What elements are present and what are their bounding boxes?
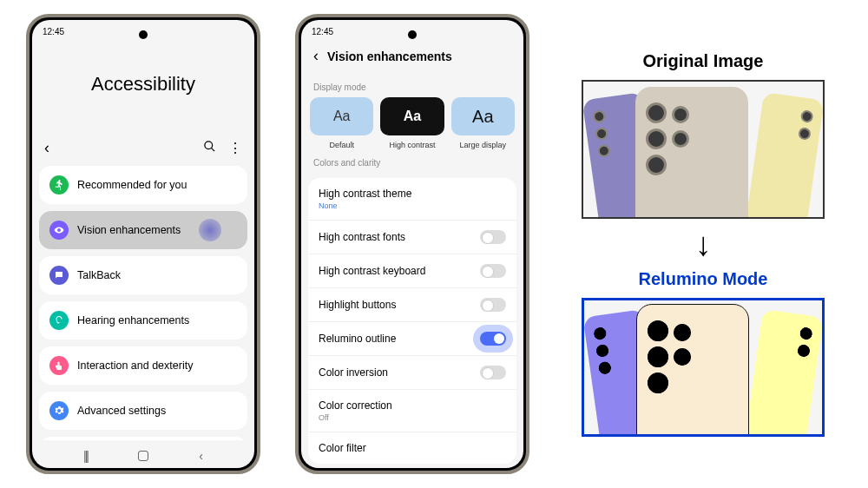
mode-high-contrast[interactable]: Aa High contrast [380,97,444,149]
page-title: Accessibility [32,73,254,96]
gear-icon [49,401,69,420]
menu-recommended[interactable]: Recommended for you [39,166,247,204]
phone-vision-enhancements: 12:45 ‹ Vision enhancements Display mode… [295,14,529,474]
mode-large-display[interactable]: Aa Large display [451,97,515,149]
svg-line-1 [211,148,214,151]
label-relumino: Relumino Mode [639,269,768,289]
search-icon[interactable] [203,140,216,156]
nav-back[interactable]: ‹ [199,449,203,463]
page-title: Vision enhancements [327,49,452,63]
comparison-column: Original Image ↓ Relumino Mode [564,51,842,437]
relumino-image [582,298,825,437]
menu-interaction[interactable]: Interaction and dexterity [39,346,247,385]
back-icon[interactable]: ‹ [313,47,319,65]
android-navbar: ||| ‹ [32,440,254,468]
phone-accessibility: 12:45 Accessibility ‹ ⋮ Recommended for … [26,14,260,474]
menu-vision-enhancements[interactable]: Vision enhancements [39,211,247,249]
mode-default[interactable]: Aa Default [310,97,373,149]
back-icon[interactable]: ‹ [44,139,49,157]
chat-icon [49,266,69,285]
row-high-contrast-theme[interactable]: High contrast themeNone [308,178,516,221]
row-color-inversion[interactable]: Color inversion [308,356,516,390]
camera-hole [408,30,417,39]
section-colors-clarity: Colors and clarity [301,153,523,173]
row-color-filter[interactable]: Color filter [308,432,516,464]
toggle-hcf[interactable] [480,230,506,244]
run-icon [49,175,69,195]
toggle-hb[interactable] [480,298,506,312]
ear-icon [49,311,69,330]
row-color-correction[interactable]: Color correctionOff [308,390,516,432]
toggle-relumino[interactable] [480,332,506,346]
menu-talkback[interactable]: TalkBack [39,256,247,294]
touch-ripple [199,219,221,241]
menu-advanced[interactable]: Advanced settings [39,392,247,430]
arrow-down-icon: ↓ [695,228,712,260]
label-original: Original Image [643,51,764,71]
row-high-contrast-fonts[interactable]: High contrast fonts [308,221,516,254]
original-image [582,80,825,219]
touch-icon [49,356,69,375]
row-high-contrast-keyboard[interactable]: High contrast keyboard [308,254,516,288]
row-relumino-outline[interactable]: Relumino outline [308,322,516,356]
toggle-hck[interactable] [480,264,506,278]
menu-hearing[interactable]: Hearing enhancements [39,301,247,340]
row-highlight-buttons[interactable]: Highlight buttons [308,288,516,322]
toggle-ci[interactable] [480,366,506,379]
eye-icon [49,221,69,240]
nav-home[interactable] [138,451,148,461]
nav-recent[interactable]: ||| [83,449,88,463]
android-navbar: ||| ‹ [301,464,523,468]
menu-installed-apps[interactable]: Installed apps [39,437,247,440]
camera-hole [139,30,148,39]
svg-point-0 [205,142,213,149]
section-display-mode: Display mode [301,77,523,97]
more-icon[interactable]: ⋮ [228,140,242,156]
